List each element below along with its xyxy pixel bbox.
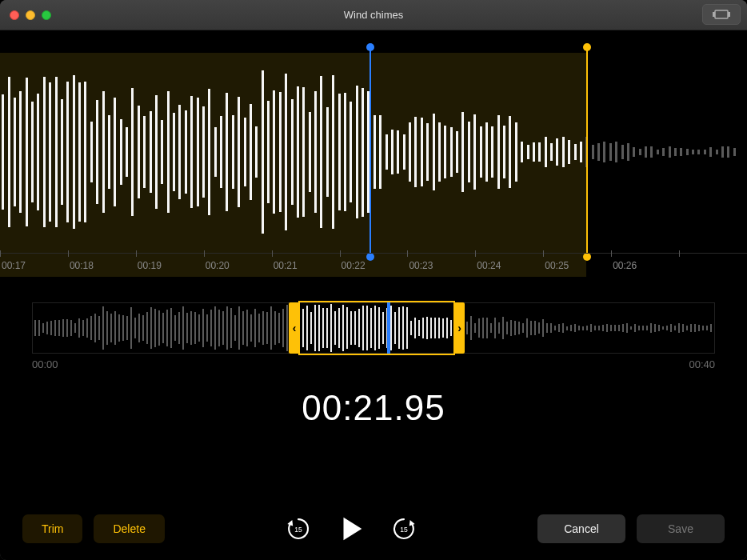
window-controls [0,10,51,20]
app-window: Wind chimes 00:1700:1800:1900:2000:2100:… [0,0,747,560]
selection-end-marker[interactable] [586,46,588,258]
save-button[interactable]: Save [637,514,725,543]
ruler-tick: 00:24 [475,254,543,277]
fullscreen-window-button[interactable] [42,10,51,20]
titlebar: Wind chimes [0,0,747,30]
ruler-tick: 00:20 [204,254,272,277]
overview-waveform[interactable]: ‹ › [32,302,715,354]
bottom-toolbar: Trim Delete 15 [0,498,747,560]
main-waveform[interactable]: 00:1700:1800:1900:2000:2100:2200:2300:24… [0,53,747,277]
close-window-button[interactable] [10,10,19,20]
svg-text:15: 15 [400,526,408,534]
cancel-button[interactable]: Cancel [537,514,625,543]
svg-rect-1 [713,12,715,17]
svg-text:15: 15 [294,526,302,534]
trim-button[interactable]: Trim [22,514,82,543]
ruler-tick: 00:25 [543,254,611,277]
skip-back-15-button[interactable]: 15 [285,515,312,542]
ruler-tick: 00:26 [611,254,679,277]
editor-content: 00:1700:1800:1900:2000:2100:2200:2300:24… [0,30,747,560]
overview-time-labels: 00:00 00:40 [32,358,715,370]
play-button[interactable] [336,514,366,544]
trim-mode-toggle[interactable] [702,4,741,25]
crop-icon [713,8,730,21]
ruler-tick: 00:18 [68,254,136,277]
svg-rect-2 [728,12,730,17]
ruler-tick: 00:21 [272,254,340,277]
ruler-tick: 00:17 [0,254,68,277]
ruler-tick: 00:19 [136,254,204,277]
ruler-tick: 00:23 [407,254,475,277]
time-ruler: 00:1700:1800:1900:2000:2100:2200:2300:24… [0,253,747,277]
trim-handle-left[interactable]: ‹ [289,302,300,354]
transport-controls: 15 15 [285,514,417,544]
svg-rect-0 [715,10,728,18]
skip-forward-15-button[interactable]: 15 [390,515,417,542]
overview-start-time: 00:00 [32,358,58,370]
skip-forward-icon: 15 [390,515,417,542]
trim-region[interactable]: ‹ › [298,301,455,355]
svg-marker-5 [343,518,362,541]
minimize-window-button[interactable] [26,10,35,20]
skip-back-icon: 15 [285,515,312,542]
current-time-display: 00:21.95 [0,388,747,428]
ruler-tick [679,254,747,277]
trim-handle-right[interactable]: › [453,302,465,354]
playhead[interactable] [370,46,371,258]
delete-button[interactable]: Delete [94,514,164,543]
ruler-tick: 00:22 [340,254,408,277]
window-title: Wind chimes [0,9,747,21]
overview-end-time: 00:40 [689,358,715,370]
play-icon [336,514,366,544]
waveform-bars [0,53,747,251]
overview-playhead[interactable] [387,302,390,354]
